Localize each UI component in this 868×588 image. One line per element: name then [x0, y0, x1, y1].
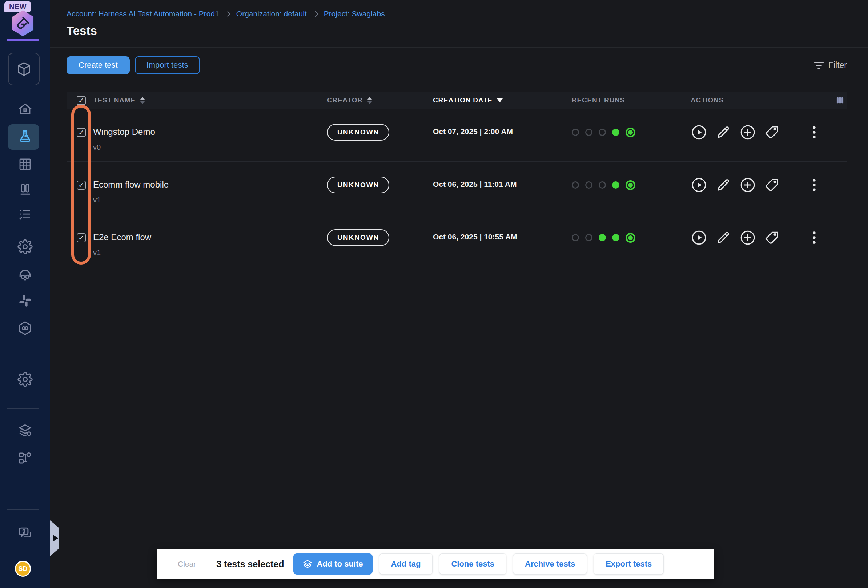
select-all-checkbox[interactable] — [77, 96, 86, 105]
tag-button[interactable] — [765, 177, 780, 193]
grid-icon — [18, 157, 33, 172]
list-check-icon — [18, 207, 33, 222]
table-row: E2e Ecom flow v1 UNKNOWN Oct 06, 2025 | … — [66, 214, 847, 267]
tests-table: TEST NAME CREATOR CREATION DATE RECENT R… — [66, 91, 847, 267]
chevron-right-icon — [312, 11, 318, 17]
page-title: Tests — [66, 24, 97, 38]
filter-lines-icon — [814, 62, 824, 69]
add-circle-icon — [739, 229, 756, 246]
test-version: v1 — [93, 196, 327, 204]
help-button[interactable] — [0, 521, 50, 546]
archive-tests-button[interactable]: Archive tests — [513, 554, 587, 575]
run-status-dot-empty — [572, 234, 579, 241]
sidebar-item-pipelines[interactable] — [0, 288, 50, 314]
gear-icon — [18, 239, 33, 254]
row-checkbox[interactable] — [77, 181, 86, 190]
add-to-suite-row-button[interactable] — [739, 124, 756, 141]
clone-tests-button[interactable]: Clone tests — [439, 554, 506, 575]
sidebar-item-home[interactable] — [0, 97, 50, 122]
test-name-link[interactable]: Ecomm flow mobile — [93, 179, 327, 190]
run-test-button[interactable] — [691, 229, 707, 246]
test-name-link[interactable]: E2e Ecom flow — [93, 232, 327, 243]
breadcrumb-project[interactable]: Project: Swaglabs — [324, 9, 385, 18]
breadcrumb-account[interactable]: Account: Harness AI Test Automation - Pr… — [66, 9, 219, 18]
filter-button[interactable]: Filter — [814, 60, 847, 70]
run-status-dot-empty — [572, 129, 579, 136]
row-menu-button[interactable] — [810, 229, 818, 246]
edit-pencil-icon — [716, 125, 731, 140]
add-to-suite-button[interactable]: Add to suite — [293, 554, 372, 575]
edit-test-button[interactable] — [716, 229, 731, 246]
row-menu-button[interactable] — [810, 177, 818, 193]
column-header-creator[interactable]: CREATOR — [327, 96, 433, 104]
breadcrumb: Account: Harness AI Test Automation - Pr… — [66, 9, 385, 18]
help-chat-icon — [18, 526, 33, 541]
test-tube-icon — [15, 16, 31, 31]
test-version: v1 — [93, 249, 327, 257]
new-badge: NEW — [4, 1, 31, 12]
sidebar-item-checklist[interactable] — [0, 202, 50, 227]
run-test-button[interactable] — [691, 124, 707, 141]
sidebar-item-layers-settings[interactable] — [0, 418, 50, 444]
creator-cell: UNKNOWN — [327, 162, 433, 214]
add-tag-button[interactable]: Add tag — [379, 554, 433, 575]
harness-logo[interactable] — [11, 10, 35, 36]
sidebar-item-harness-module[interactable] — [0, 315, 50, 341]
import-tests-button[interactable]: Import tests — [135, 56, 200, 74]
layers-gear-icon — [18, 423, 33, 438]
column-header-test-name[interactable]: TEST NAME — [93, 96, 327, 104]
clear-selection-button[interactable]: Clear — [178, 560, 196, 568]
table-header-row: TEST NAME CREATOR CREATION DATE RECENT R… — [66, 91, 847, 109]
sidebar-item-results[interactable] — [0, 177, 50, 202]
recent-runs — [572, 214, 691, 267]
sidebar-item-orgchart-settings[interactable] — [0, 445, 50, 471]
play-icon — [691, 229, 707, 246]
sidebar-accent-divider — [7, 39, 39, 41]
column-header-recent-runs: RECENT RUNS — [572, 96, 691, 104]
add-to-suite-row-button[interactable] — [739, 177, 756, 193]
row-checkbox[interactable] — [77, 128, 86, 137]
tag-button[interactable] — [765, 124, 780, 141]
run-test-button[interactable] — [691, 177, 707, 193]
row-menu-button[interactable] — [810, 124, 818, 141]
user-avatar[interactable]: SD — [15, 561, 31, 577]
sidebar-item-settings-2[interactable] — [0, 367, 50, 392]
row-checkbox-cell — [66, 109, 93, 161]
sidebar-item-incognito[interactable] — [0, 261, 50, 287]
row-checkbox-cell — [66, 162, 93, 214]
recent-runs — [572, 162, 691, 214]
test-name-cell: Ecomm flow mobile v1 — [93, 162, 327, 214]
sidebar-divider — [7, 509, 39, 510]
column-header-creation-date[interactable]: CREATION DATE — [433, 96, 572, 104]
sidebar-item-settings-1[interactable] — [0, 234, 50, 259]
spacer-cell — [825, 214, 847, 267]
export-tests-button[interactable]: Export tests — [593, 554, 664, 575]
tag-button[interactable] — [765, 229, 780, 246]
creator-cell: UNKNOWN — [327, 214, 433, 267]
run-status-dot-empty — [585, 129, 592, 136]
header-divider — [50, 47, 868, 48]
breadcrumb-organization[interactable]: Organization: default — [236, 9, 307, 18]
test-name-link[interactable]: Wingstop Demo — [93, 127, 327, 137]
module-selector[interactable] — [8, 53, 40, 85]
spacer-cell — [825, 162, 847, 214]
create-test-button[interactable]: Create test — [66, 56, 130, 74]
table-row: Ecomm flow mobile v1 UNKNOWN Oct 06, 202… — [66, 162, 847, 214]
sidebar-item-grid[interactable] — [0, 152, 50, 177]
sidebar-item-tests[interactable] — [0, 124, 50, 150]
main-content: Account: Harness AI Test Automation - Pr… — [50, 0, 868, 588]
table-top-divider — [50, 81, 868, 81]
edit-pencil-icon — [716, 230, 731, 245]
orgchart-gear-icon — [18, 450, 33, 466]
row-checkbox-cell — [66, 214, 93, 267]
row-checkbox[interactable] — [77, 233, 86, 242]
run-status-dot-filled — [599, 234, 606, 241]
edit-test-button[interactable] — [716, 124, 731, 141]
play-icon — [691, 177, 707, 193]
edit-test-button[interactable] — [716, 177, 731, 193]
column-picker-button[interactable] — [825, 96, 847, 105]
add-to-suite-row-button[interactable] — [739, 229, 756, 246]
sort-descending-icon — [497, 99, 503, 103]
add-circle-icon — [739, 177, 756, 193]
kebab-menu-icon — [810, 125, 818, 140]
